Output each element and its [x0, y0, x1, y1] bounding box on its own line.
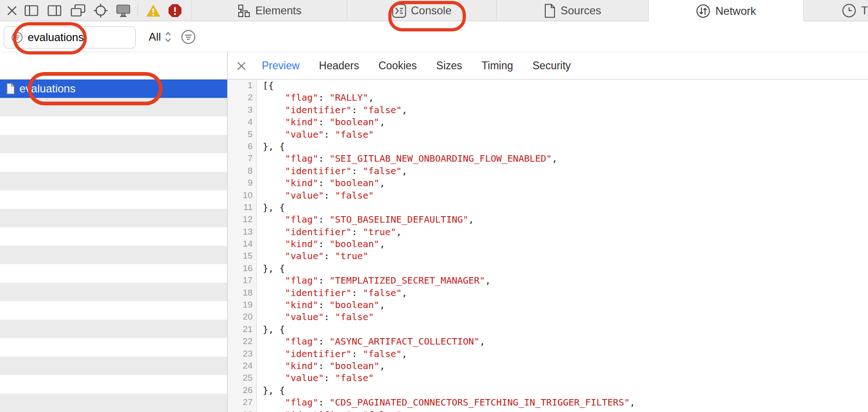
code-line: "kind": "boolean",	[263, 177, 868, 189]
scope-label: All	[149, 30, 161, 43]
tab-network[interactable]: Network	[648, 0, 803, 22]
request-list-panel: evaluations	[0, 52, 228, 412]
clock-icon	[842, 3, 856, 18]
code-line: "identifier": "true",	[263, 226, 868, 238]
code-line: "identifier": "false",	[263, 287, 868, 299]
line-number: 2	[228, 91, 253, 103]
line-number: 24	[228, 360, 253, 372]
hierarchy-icon	[237, 4, 251, 18]
code-line: [{	[263, 79, 868, 91]
device-icon[interactable]	[116, 3, 131, 18]
terminal-icon	[392, 4, 406, 18]
code-line: "identifier": "false",	[263, 409, 868, 412]
line-number: 10	[228, 189, 253, 201]
dock-right-icon[interactable]	[47, 3, 62, 18]
tab-sources-label: Sources	[561, 4, 601, 17]
error-octagon-icon[interactable]	[168, 3, 182, 18]
line-number: 13	[228, 226, 253, 238]
warning-triangle-icon[interactable]	[146, 3, 161, 18]
line-number: 14	[228, 238, 253, 250]
tab-timelines[interactable]: T	[803, 0, 868, 21]
filter-lines-circle-icon	[11, 31, 24, 44]
line-number: 7	[228, 152, 253, 164]
line-number: 17	[228, 274, 253, 286]
filter-bar: All	[0, 21, 868, 52]
tab-console-label: Console	[411, 4, 452, 17]
detail-tab-preview[interactable]: Preview	[262, 60, 300, 72]
line-number: 27	[228, 396, 253, 408]
code-line: "flag": "CDS_PAGINATED_CONNECTORS_FETCHI…	[263, 396, 868, 408]
line-number: 21	[228, 323, 253, 335]
tab-elements[interactable]: Elements	[191, 0, 347, 21]
tab-timelines-label: T	[861, 4, 868, 17]
scope-dropdown[interactable]: All	[149, 21, 172, 52]
tab-console[interactable]: Console	[347, 0, 496, 21]
code-line: "identifier": "false",	[263, 104, 868, 116]
transfer-arrows-icon	[696, 4, 711, 18]
up-down-chevrons-icon	[164, 31, 172, 43]
code-line: "kind": "boolean",	[263, 238, 868, 250]
detail-tab-security[interactable]: Security	[532, 60, 571, 72]
line-number: 3	[228, 104, 253, 116]
line-number: 25	[228, 372, 253, 384]
line-number: 11	[228, 201, 253, 213]
code-line: "flag": "RALLY",	[263, 91, 868, 103]
code-line: "value": "false"	[263, 189, 868, 201]
code-line: }, {	[263, 262, 868, 274]
code-lines: [{ "flag": "RALLY", "identifier": "false…	[257, 79, 868, 412]
code-line: "kind": "boolean",	[263, 299, 868, 311]
code-line: "value": "false"	[263, 311, 868, 323]
code-line: "kind": "boolean",	[263, 116, 868, 128]
line-number: 26	[228, 384, 253, 396]
detach-window-icon[interactable]	[71, 3, 85, 18]
tab-elements-label: Elements	[255, 4, 301, 17]
line-number: 23	[228, 348, 253, 360]
detail-tab-bar: Preview Headers Cookies Sizes Timing Sec…	[228, 52, 868, 79]
resource-filter-field[interactable]	[4, 26, 136, 48]
inspect-element-icon[interactable]	[93, 3, 108, 18]
code-line: "value": "false"	[263, 128, 868, 140]
line-number: 18	[228, 287, 253, 299]
file-icon	[6, 83, 15, 95]
request-row-evaluations[interactable]: evaluations	[0, 79, 227, 98]
code-line: "identifier": "false",	[263, 165, 868, 177]
close-icon[interactable]	[5, 3, 19, 18]
code-line: "value": "true"	[263, 250, 868, 262]
line-number-column: 1234567891011121314151617181920212223242…	[228, 79, 253, 412]
detail-tab-timing[interactable]: Timing	[482, 60, 513, 72]
detail-tab-sizes[interactable]: Sizes	[436, 60, 462, 72]
code-line: "flag": "STO_BASELINE_DEFAULTING",	[263, 213, 868, 225]
request-row-label: evaluations	[19, 82, 75, 95]
web-inspector-window: Elements Console Sources Network T	[0, 0, 868, 412]
line-number: 9	[228, 177, 253, 189]
code-line: }, {	[263, 201, 868, 213]
line-number: 15	[228, 250, 253, 262]
line-number: 19	[228, 299, 253, 311]
code-line: "identifier": "false",	[263, 348, 868, 360]
toolbar-separator	[138, 5, 138, 17]
filter-input[interactable]	[28, 31, 125, 44]
code-line: }, {	[263, 384, 868, 396]
dock-left-icon[interactable]	[24, 3, 39, 18]
code-line: "kind": "boolean",	[263, 360, 868, 372]
line-number: 20	[228, 311, 253, 323]
code-line: "value": "false"	[263, 372, 868, 384]
detail-tab-headers[interactable]: Headers	[319, 60, 359, 72]
document-icon	[544, 4, 556, 18]
line-number: 6	[228, 140, 253, 152]
code-line: "flag": "ASYNC_ARTIFACT_COLLECTION",	[263, 335, 868, 347]
code-line: "flag": "SEI_GITLAB_NEW_ONBOARDING_FLOW_…	[263, 152, 868, 164]
line-number: 4	[228, 116, 253, 128]
line-number: 16	[228, 262, 253, 274]
line-number: 28	[228, 409, 253, 412]
preview-pane: 1234567891011121314151617181920212223242…	[228, 79, 868, 412]
code-line: "flag": "TEMPLATIZED_SECRET_MANAGER",	[263, 274, 868, 286]
tab-network-label: Network	[715, 5, 756, 18]
toolbar: Elements Console Sources Network T	[0, 0, 868, 21]
line-number: 12	[228, 213, 253, 225]
filter-options-button[interactable]	[181, 29, 196, 45]
line-number: 22	[228, 335, 253, 347]
tab-sources[interactable]: Sources	[496, 0, 648, 21]
detail-tab-cookies[interactable]: Cookies	[379, 60, 417, 72]
line-number: 5	[228, 128, 253, 140]
